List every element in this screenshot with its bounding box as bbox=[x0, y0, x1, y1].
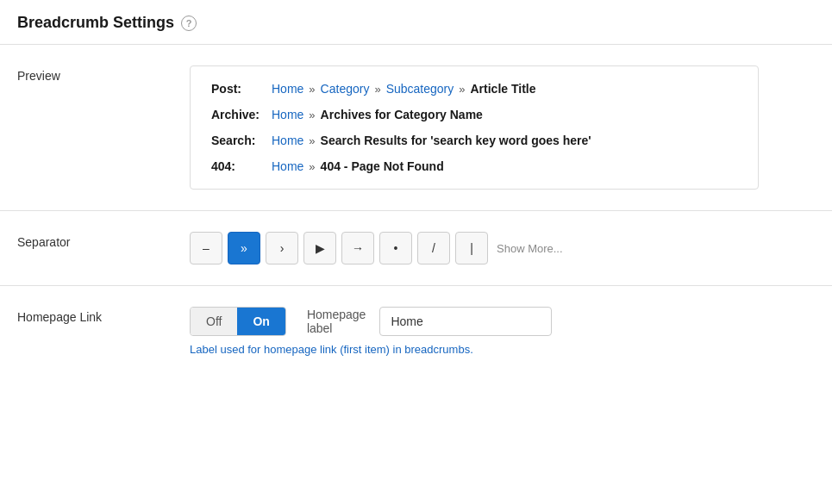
preview-type-404: 404: bbox=[211, 159, 272, 173]
preview-row-post: Post: Home » Category » Subcategory » Ar… bbox=[211, 82, 737, 96]
preview-box: Post: Home » Category » Subcategory » Ar… bbox=[190, 65, 759, 190]
preview-row-404: 404: Home » 404 - Page Not Found bbox=[211, 159, 737, 173]
sep-btn-bullet[interactable]: • bbox=[379, 232, 412, 264]
breadcrumb-link-home-404[interactable]: Home bbox=[272, 159, 303, 173]
preview-type-search: Search: bbox=[211, 134, 272, 147]
preview-content-search: Home » Search Results for 'search key wo… bbox=[272, 134, 591, 147]
breadcrumb-link-home-archive[interactable]: Home bbox=[272, 108, 303, 121]
preview-type-archive: Archive: bbox=[211, 108, 272, 121]
breadcrumb-link-subcategory[interactable]: Subcategory bbox=[386, 82, 454, 96]
sep-btn-chevron[interactable]: › bbox=[266, 232, 298, 264]
homepage-top-row: Off On Homepagelabel bbox=[190, 307, 552, 336]
breadcrumb-current-404: 404 - Page Not Found bbox=[321, 159, 444, 173]
homepage-link-section: Homepage Link Off On Homepagelabel Label… bbox=[0, 286, 832, 376]
homepage-link-label: Homepage Link bbox=[17, 307, 155, 324]
homepage-controls-wrapper: Off On Homepagelabel Label used for home… bbox=[190, 307, 552, 356]
breadcrumb-current-post: Article Title bbox=[470, 82, 535, 96]
homepage-input[interactable] bbox=[379, 307, 552, 336]
sep-btn-double-chevron[interactable]: » bbox=[228, 232, 260, 264]
preview-section: Preview Post: Home » Category » Subcateg… bbox=[0, 45, 832, 211]
toggle-group: Off On bbox=[190, 307, 286, 336]
preview-type-post: Post: bbox=[211, 82, 272, 96]
homepage-label-group: Homepagelabel bbox=[307, 307, 553, 336]
helper-text: Label used for homepage link (first item… bbox=[190, 343, 552, 356]
sep-btn-arrow[interactable]: → bbox=[341, 232, 374, 264]
help-icon[interactable]: ? bbox=[181, 16, 197, 31]
breadcrumb-current-search: Search Results for 'search key word goes… bbox=[321, 134, 591, 147]
preview-content-post: Home » Category » Subcategory » Article … bbox=[272, 82, 535, 96]
separator-label: Separator bbox=[17, 232, 155, 249]
sep-btn-pipe[interactable]: | bbox=[455, 232, 488, 264]
breadcrumb-link-category[interactable]: Category bbox=[321, 82, 370, 96]
separator-section: Separator – » › ▶ → • / | Show More... bbox=[0, 211, 832, 286]
preview-row-search: Search: Home » Search Results for 'searc… bbox=[211, 134, 737, 147]
preview-label: Preview bbox=[17, 65, 155, 83]
toggle-off-button[interactable]: Off bbox=[191, 308, 237, 335]
preview-content-archive: Home » Archives for Category Name bbox=[272, 108, 483, 121]
homepage-label-text: Homepagelabel bbox=[307, 308, 366, 335]
page-header: Breadcrumb Settings ? bbox=[0, 0, 832, 45]
preview-row-archive: Archive: Home » Archives for Category Na… bbox=[211, 108, 737, 121]
show-more-link[interactable]: Show More... bbox=[497, 242, 563, 255]
breadcrumb-link-home-search[interactable]: Home bbox=[272, 134, 303, 147]
breadcrumb-link-home-post[interactable]: Home bbox=[272, 82, 303, 96]
sep-btn-triangle[interactable]: ▶ bbox=[303, 232, 336, 264]
sep-btn-slash[interactable]: / bbox=[417, 232, 450, 264]
preview-content-404: Home » 404 - Page Not Found bbox=[272, 159, 444, 173]
breadcrumb-current-archive: Archives for Category Name bbox=[321, 108, 483, 121]
page-title: Breadcrumb Settings bbox=[17, 14, 174, 32]
sep-btn-dash[interactable]: – bbox=[190, 232, 222, 264]
toggle-on-button[interactable]: On bbox=[237, 308, 285, 335]
separator-controls: – » › ▶ → • / | Show More... bbox=[190, 232, 563, 264]
